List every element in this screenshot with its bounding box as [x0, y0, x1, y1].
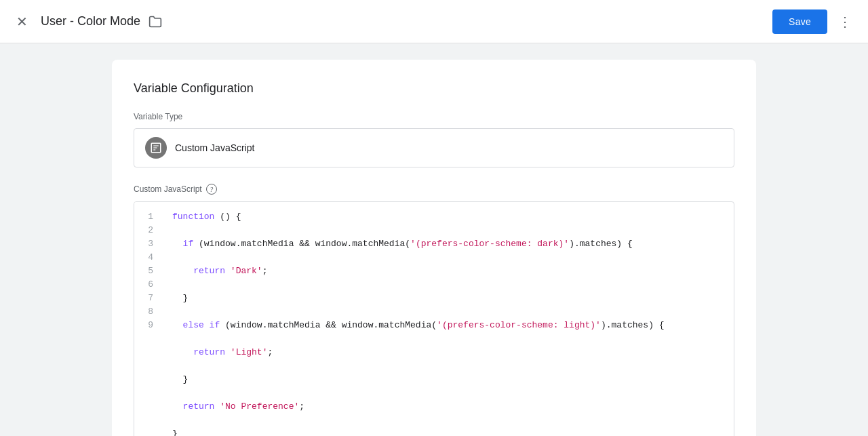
code-line-9: } [172, 427, 723, 436]
line-num-9: 9 [134, 319, 161, 332]
code-line-6: return 'Light'; [172, 346, 723, 359]
close-icon: ✕ [16, 14, 28, 30]
page-title: User - Color Mode [41, 14, 140, 28]
line-num-4: 4 [134, 251, 161, 264]
code-line-2: if (window.matchMedia && window.matchMed… [172, 237, 723, 251]
custom-js-label-text: Custom JavaScript [134, 184, 202, 194]
code-lines: 1 2 3 4 5 6 7 8 9 function () { if (wind… [134, 202, 734, 436]
line-numbers: 1 2 3 4 5 6 7 8 9 [134, 202, 161, 436]
close-button[interactable]: ✕ [11, 11, 33, 33]
variable-type-name: Custom JavaScript [175, 142, 254, 153]
code-content[interactable]: function () { if (window.matchMedia && w… [161, 202, 734, 436]
line-num-8: 8 [134, 305, 161, 319]
variable-type-label: Variable Type [134, 112, 734, 121]
code-line-5: else if (window.matchMedia && window.mat… [172, 319, 723, 332]
card-title: Variable Configuration [134, 81, 734, 96]
header: ✕ User - Color Mode Save ⋮ [0, 0, 868, 43]
custom-js-icon [145, 137, 167, 159]
variable-type-selector[interactable]: Custom JavaScript [134, 128, 734, 167]
code-line-8: return 'No Preference'; [172, 400, 723, 414]
code-line-4: } [172, 292, 723, 305]
folder-icon[interactable] [149, 15, 162, 28]
line-num-3: 3 [134, 237, 161, 251]
code-line-3: return 'Dark'; [172, 264, 723, 278]
line-num-6: 6 [134, 278, 161, 292]
main-content: Variable Configuration Variable Type Cus… [0, 43, 868, 436]
line-num-1: 1 [134, 210, 161, 224]
code-line-1: function () { [172, 210, 723, 224]
header-left: ✕ User - Color Mode [11, 11, 772, 33]
custom-js-section-header: Custom JavaScript ? [134, 184, 734, 195]
header-right: Save ⋮ [772, 9, 857, 34]
more-icon: ⋮ [838, 14, 852, 30]
save-button[interactable]: Save [772, 9, 827, 34]
code-line-7: } [172, 373, 723, 387]
line-num-2: 2 [134, 224, 161, 237]
code-editor[interactable]: 1 2 3 4 5 6 7 8 9 function () { if (wind… [134, 201, 734, 436]
more-menu-button[interactable]: ⋮ [833, 9, 857, 34]
line-num-7: 7 [134, 292, 161, 305]
help-icon[interactable]: ? [206, 184, 217, 195]
variable-config-card: Variable Configuration Variable Type Cus… [112, 60, 756, 436]
line-num-5: 5 [134, 264, 161, 278]
